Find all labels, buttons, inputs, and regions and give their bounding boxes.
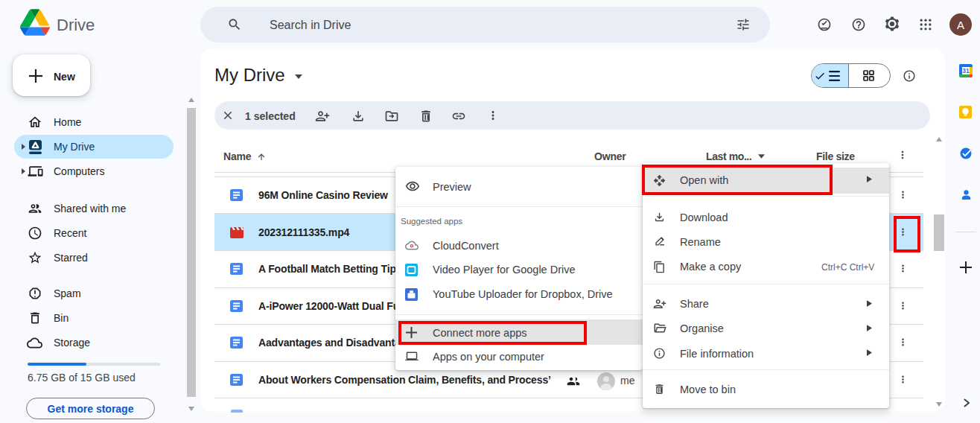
svg-text:31: 31 <box>962 67 970 74</box>
